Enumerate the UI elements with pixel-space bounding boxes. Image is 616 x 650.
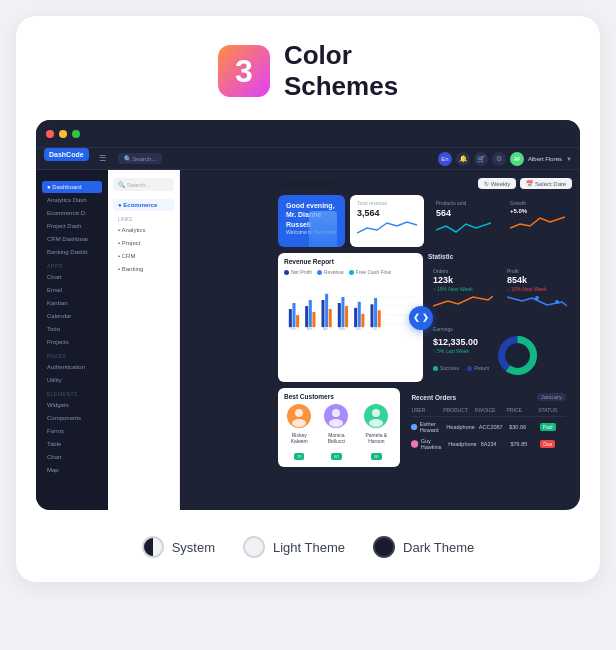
- customer-badge-1: 70: [294, 453, 304, 460]
- svg-point-42: [411, 424, 417, 430]
- sidebar-item-chart2[interactable]: Chart: [42, 451, 102, 463]
- sidebar-item-map[interactable]: Map: [42, 464, 102, 476]
- sidebar-item-email[interactable]: Email: [42, 284, 102, 296]
- svg-point-43: [411, 441, 418, 448]
- customer-item: Monica Bellucci 80: [321, 404, 353, 462]
- svg-point-29: [555, 300, 559, 304]
- total-revenue-card: Total revenue 3,564: [350, 195, 424, 247]
- select-date-btn[interactable]: 📅 Select Date: [520, 178, 572, 189]
- customers-card: Best Customers Rickey Kaleem 70: [278, 388, 400, 467]
- stat-grid: Orders 123k ↑ 15% Next Week Profit 854k: [428, 264, 572, 318]
- statistic-section: Statistic Orders 123k ↑ 15% Next Week: [428, 253, 572, 382]
- welcome-card: Good evening, Mr. Dianne Russell Welcome…: [278, 195, 345, 247]
- svg-text:Jul: Jul: [373, 327, 377, 331]
- sidebar-item-projects[interactable]: Projects: [42, 336, 102, 348]
- orders-label: Orders: [433, 268, 493, 274]
- donut-chart: [495, 333, 540, 378]
- order-price-1: $30.06: [509, 424, 535, 430]
- sub-item-1[interactable]: • Analytics: [113, 224, 174, 236]
- dashboard-body: ● Dashboard Analytics Dash Ecommerce D. …: [36, 170, 580, 510]
- theme-label-light: Light Theme: [273, 540, 345, 555]
- bar-chart-svg: Feb Mar Apr May Jun Jul: [284, 278, 417, 343]
- number-badge: 3: [218, 45, 270, 97]
- sidebar-item-analytics[interactable]: Analytics Dash: [42, 194, 102, 206]
- col-product: PRODUCT: [443, 407, 471, 413]
- settings-icon[interactable]: ⚙: [492, 152, 506, 166]
- order-invoice-2: 8A234: [481, 441, 507, 447]
- svg-rect-9: [312, 312, 315, 327]
- order-product-2: Headphone: [448, 441, 476, 447]
- products-value: 564: [436, 208, 491, 218]
- sidebar-item-calendar[interactable]: Calendar: [42, 310, 102, 322]
- sidebar-item-project[interactable]: Project Dash: [42, 220, 102, 232]
- customers-title: Best Customers: [284, 393, 394, 400]
- customer-name-3: Pamela & Haroon: [358, 432, 394, 444]
- notification-icon[interactable]: 🔔: [456, 152, 470, 166]
- dark-topbar: DashCode ☰ 🔍 Search... En 🔔 🛒 ⚙ AF Alber…: [36, 148, 580, 170]
- sub-item-2[interactable]: • Project: [113, 237, 174, 249]
- language-selector[interactable]: En: [438, 152, 452, 166]
- sidebar-item-todo[interactable]: Todo: [42, 323, 102, 335]
- sidebar-item-components[interactable]: Components: [42, 412, 102, 424]
- weekly-btn[interactable]: ↻ Weekly: [478, 178, 516, 189]
- orders-table-header: USER PRODUCT INVOICE PRICE STATUS: [411, 404, 566, 417]
- earnings-label: Earnings: [433, 326, 567, 332]
- sub-item-ecommerce[interactable]: ● Ecommerce: [113, 199, 174, 211]
- svg-text:Mar: Mar: [307, 327, 312, 331]
- profit-label: Profit: [507, 268, 567, 274]
- sub-item-3[interactable]: • CRM: [113, 250, 174, 262]
- svg-rect-19: [370, 305, 373, 328]
- sub-item-4[interactable]: • Banking: [113, 263, 174, 275]
- logo: DashCode: [44, 148, 89, 161]
- order-price-2: $76.85: [510, 441, 536, 447]
- legend-revenue: Revenue: [317, 269, 344, 275]
- order-invoice-1: ACC2087: [479, 424, 505, 430]
- sidebar-item-crm[interactable]: CRM Dashboar: [42, 233, 102, 245]
- theme-option-system[interactable]: System: [142, 536, 215, 558]
- header-title: Color Schemes: [284, 40, 398, 102]
- sidebar-item-kanban[interactable]: Kanban: [42, 297, 102, 309]
- legend-net-profit: Net Profit: [284, 269, 312, 275]
- stats-row: Good evening, Mr. Dianne Russell Welcome…: [278, 195, 572, 247]
- chart-nav-btn[interactable]: ❮ ❯: [409, 306, 433, 330]
- earnings-stat-box: Earnings $12,335.00 ↑ 5% Last Week Succe…: [428, 322, 572, 382]
- sidebar-item-forms[interactable]: Forms: [42, 425, 102, 437]
- charts-row: Revenue Report Net Profit Revenue: [278, 253, 572, 382]
- revenue-label: Total revenue: [357, 200, 417, 206]
- maximize-btn[interactable]: [72, 130, 80, 138]
- svg-rect-10: [321, 300, 324, 327]
- theme-option-light[interactable]: Light Theme: [243, 536, 345, 558]
- theme-icon-light: [243, 536, 265, 558]
- sub-sidebar: 🔍 Search... ● Ecommerce LINKS • Analytic…: [108, 170, 180, 510]
- sub-search[interactable]: 🔍 Search...: [113, 178, 174, 191]
- col-status: STATUS: [538, 407, 566, 413]
- growth-card: Growth +5.0%: [503, 195, 572, 247]
- growth-sparkline: [510, 214, 565, 232]
- svg-point-38: [329, 419, 343, 427]
- order-product-1: Headphone: [446, 424, 474, 430]
- orders-title: Recent Orders: [411, 394, 456, 401]
- sidebar-item-table[interactable]: Table: [42, 438, 102, 450]
- sidebar-item-banking[interactable]: Banking Dashb: [42, 246, 102, 258]
- dashboard-preview: DashCode ☰ 🔍 Search... En 🔔 🛒 ⚙ AF Alber…: [36, 120, 580, 510]
- welcome-avatar: [309, 211, 337, 247]
- order-status-2: Due: [540, 441, 566, 447]
- theme-option-dark[interactable]: Dark Theme: [373, 536, 474, 558]
- products-sparkline: [436, 218, 491, 236]
- col-user: USER: [411, 407, 439, 413]
- close-btn[interactable]: [46, 130, 54, 138]
- cart-icon[interactable]: 🛒: [474, 152, 488, 166]
- customer-item: Rickey Kaleem 70: [284, 404, 315, 462]
- sidebar-item-utility[interactable]: Utility: [42, 374, 102, 386]
- svg-point-32: [508, 346, 528, 366]
- sidebar-item-widgets[interactable]: Widgets: [42, 399, 102, 411]
- svg-rect-6: [296, 315, 299, 327]
- sidebar-item-dashboard[interactable]: ● Dashboard: [42, 181, 102, 193]
- theme-icon-system: [142, 536, 164, 558]
- sidebar-item-ecommerce[interactable]: Ecommerce D.: [42, 207, 102, 219]
- order-status-1: Paid: [540, 424, 566, 430]
- sidebar-item-chart[interactable]: Chart: [42, 271, 102, 283]
- minimize-btn[interactable]: [59, 130, 67, 138]
- avatar[interactable]: AF: [510, 152, 524, 166]
- sidebar-item-auth[interactable]: Authentication: [42, 361, 102, 373]
